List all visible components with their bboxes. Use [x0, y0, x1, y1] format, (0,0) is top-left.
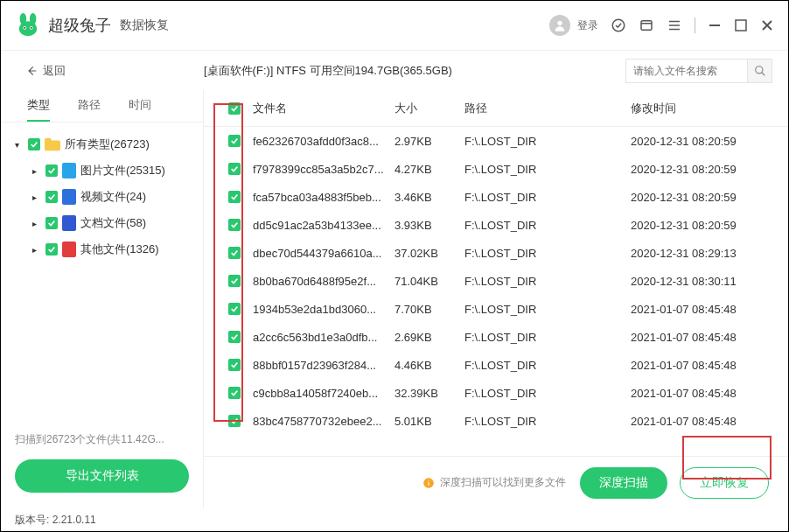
checkbox[interactable] [45, 164, 58, 177]
tree-item[interactable]: ▸ 文档文件(58) [1, 210, 203, 236]
cell-name: fca57bca03a4883f5beb... [253, 191, 394, 204]
col-size[interactable]: 大小 [394, 101, 464, 116]
minimize-icon[interactable] [708, 18, 722, 32]
tree-item[interactable]: ▸ 图片文件(25315) [1, 158, 203, 184]
table-row[interactable]: 83bc4758770732ebee2... 5.01KB F:\.LOST_D… [204, 407, 788, 435]
svg-point-1 [20, 13, 27, 24]
row-checkbox[interactable] [228, 247, 241, 259]
back-label: 返回 [43, 63, 66, 79]
export-button[interactable]: 导出文件列表 [15, 459, 189, 493]
app-name: 超级兔子 [48, 15, 111, 36]
select-all-checkbox[interactable] [228, 102, 241, 115]
table-row[interactable]: dd5c91ac2a53b4133ee... 3.93KB F:\.LOST_D… [204, 211, 788, 239]
divider [695, 18, 695, 33]
tree-root-label: 所有类型(26723) [65, 136, 150, 152]
table-header: 文件名 大小 路径 修改时间 [204, 90, 788, 127]
cell-size: 2.69KB [394, 331, 464, 344]
cell-size: 3.46KB [394, 191, 464, 204]
cell-path: F:\.LOST_DIR [464, 163, 631, 176]
svg-rect-10 [736, 20, 746, 31]
row-checkbox[interactable] [228, 415, 241, 427]
tree-item[interactable]: ▸ 视频文件(24) [1, 184, 203, 210]
row-checkbox[interactable] [228, 191, 241, 203]
row-checkbox[interactable] [228, 275, 241, 287]
row-checkbox[interactable] [228, 135, 241, 147]
cell-path: F:\.LOST_DIR [464, 331, 631, 344]
row-checkbox[interactable] [228, 303, 241, 315]
feedback-icon[interactable] [611, 18, 626, 33]
col-time[interactable]: 修改时间 [631, 101, 788, 116]
toolbar: 返回 [桌面软件(F:)] NTFS 可用空间194.7GB(365.5GB) [1, 50, 788, 90]
cell-time: 2020-12-31 08:29:13 [631, 247, 788, 260]
row-checkbox[interactable] [228, 219, 241, 231]
avatar[interactable] [549, 15, 570, 36]
checkbox[interactable] [45, 191, 58, 203]
cell-size: 4.27KB [394, 163, 464, 176]
table-row[interactable]: fca57bca03a4883f5beb... 3.46KB F:\.LOST_… [204, 183, 788, 211]
tab-type[interactable]: 类型 [27, 97, 50, 122]
table-row[interactable]: a2cc6c563bd1e3a0dfb... 2.69KB F:\.LOST_D… [204, 323, 788, 351]
tree-item[interactable]: ▸ 其他文件(1326) [1, 236, 203, 262]
checkbox[interactable] [45, 243, 58, 256]
table-row[interactable]: dbec70d544379a6610a... 37.02KB F:\.LOST_… [204, 239, 788, 267]
checkbox[interactable] [45, 217, 58, 229]
deep-scan-hint: 深度扫描可以找到更多文件 [422, 475, 566, 490]
col-name[interactable]: 文件名 [253, 101, 394, 116]
search-icon [754, 65, 766, 77]
cell-name: 1934b53e2da1bd3060... [253, 303, 394, 316]
table-row[interactable]: 88bbf0157d23963f284... 4.46KB F:\.LOST_D… [204, 351, 788, 379]
tab-time[interactable]: 时间 [129, 97, 151, 122]
row-checkbox[interactable] [228, 359, 241, 371]
maximize-icon[interactable] [734, 18, 748, 32]
cell-time: 2020-12-31 08:30:11 [631, 275, 788, 288]
close-icon[interactable] [760, 18, 774, 32]
cell-name: dd5c91ac2a53b4133ee... [253, 219, 394, 232]
cell-name: 8b0ba670d6488f95e2f... [253, 275, 394, 288]
search-input[interactable] [625, 59, 748, 83]
version-bar: 版本号: 2.21.0.11 [1, 508, 788, 531]
cell-time: 2021-01-07 08:45:48 [631, 331, 788, 344]
table-row[interactable]: 1934b53e2da1bd3060... 7.70KB F:\.LOST_DI… [204, 295, 788, 323]
back-button[interactable]: 返回 [1, 63, 204, 79]
cell-path: F:\.LOST_DIR [464, 247, 631, 260]
login-link[interactable]: 登录 [577, 18, 598, 33]
row-checkbox[interactable] [228, 163, 241, 175]
checkbox[interactable] [28, 138, 40, 150]
deep-scan-button[interactable]: 深度扫描 [580, 467, 667, 499]
cell-time: 2020-12-31 08:20:59 [631, 219, 788, 232]
filetype-icon [62, 189, 76, 205]
cell-name: c9cbb8a14058f7240eb... [253, 387, 394, 400]
row-checkbox[interactable] [228, 387, 241, 399]
cell-time: 2020-12-31 08:20:59 [631, 135, 788, 148]
table-row[interactable]: f7978399cc85a3a5b2c7... 4.27KB F:\.LOST_… [204, 155, 788, 183]
footer: 深度扫描可以找到更多文件 深度扫描 立即恢复 [204, 456, 788, 508]
tree-item-label: 文档文件(58) [80, 215, 146, 231]
cell-time: 2021-01-07 08:45:48 [631, 415, 788, 428]
caret-right-icon: ▸ [32, 166, 41, 176]
recover-button[interactable]: 立即恢复 [680, 467, 769, 499]
caret-right-icon: ▸ [32, 245, 41, 255]
svg-point-2 [30, 13, 37, 24]
table-row[interactable]: 8b0ba670d6488f95e2f... 71.04KB F:\.LOST_… [204, 267, 788, 295]
row-checkbox[interactable] [228, 331, 241, 343]
skin-icon[interactable] [639, 18, 654, 33]
cell-size: 5.01KB [394, 415, 464, 428]
cell-path: F:\.LOST_DIR [464, 415, 631, 428]
app-logo-icon [15, 12, 41, 38]
col-path[interactable]: 路径 [464, 101, 631, 116]
tree-item-label: 其他文件(1326) [80, 242, 159, 257]
menu-icon[interactable] [667, 18, 682, 33]
svg-point-8 [612, 19, 625, 32]
cell-size: 2.97KB [394, 135, 464, 148]
search-button[interactable] [748, 59, 772, 83]
table-row[interactable]: fe62326703afdd0f3ac8... 2.97KB F:\.LOST_… [204, 127, 788, 155]
file-type-tree: ▾ 所有类型(26723) ▸ 图片文件(25315)▸ 视频文件(24)▸ 文… [1, 122, 203, 425]
tree-root[interactable]: ▾ 所有类型(26723) [1, 131, 203, 158]
cell-name: f7978399cc85a3a5b2c7... [253, 163, 394, 176]
table-row[interactable]: c9cbb8a14058f7240eb... 32.39KB F:\.LOST_… [204, 379, 788, 407]
tree-item-label: 图片文件(25315) [80, 163, 165, 178]
cell-name: a2cc6c563bd1e3a0dfb... [253, 331, 394, 344]
svg-rect-9 [641, 21, 652, 31]
folder-icon [45, 137, 60, 151]
tab-path[interactable]: 路径 [78, 97, 101, 122]
